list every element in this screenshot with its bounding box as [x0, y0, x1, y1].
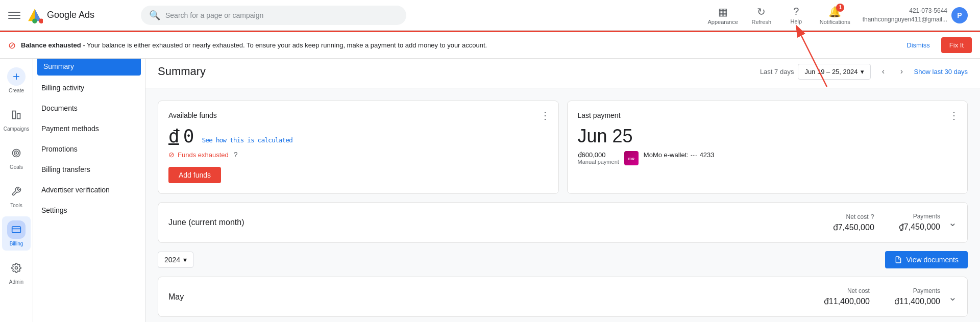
funds-value: 0 — [183, 126, 194, 146]
notification-badge: 1 — [836, 4, 844, 12]
year-dropdown[interactable]: 2024 ▾ — [158, 252, 193, 268]
billing-icon — [7, 220, 26, 239]
dropdown-chevron-icon: ▾ — [861, 68, 864, 76]
appearance-label: Appearance — [707, 19, 738, 25]
notifications-label: Notifications — [820, 19, 850, 25]
user-phone: 421-073-5644 — [863, 7, 947, 15]
sidebar-item-campaigns[interactable]: Campaigns — [2, 102, 31, 136]
last-payment-menu-icon[interactable]: ⋮ — [949, 109, 959, 121]
june-net-cost-help-icon[interactable]: ? — [871, 213, 874, 220]
view-documents-button[interactable]: View documents — [885, 251, 968, 268]
svg-point-8 — [16, 153, 17, 154]
nav-item-summary[interactable]: Summary — [37, 57, 141, 76]
nav-item-payment-methods[interactable]: Payment methods — [33, 118, 145, 139]
hamburger-menu-icon[interactable] — [8, 9, 20, 21]
alert-title: Balance exhausted — [21, 41, 81, 49]
sidebar-item-billing[interactable]: Billing — [2, 216, 31, 251]
google-ads-logo-icon — [27, 7, 43, 23]
available-funds-title: Available funds — [168, 111, 548, 119]
svg-point-2 — [32, 18, 37, 23]
main-content: Summary Last 7 days Jun 19 – 25, 2024 ▾ … — [145, 55, 980, 322]
june-expand-icon[interactable]: ⌄ — [948, 216, 957, 229]
nav-sidebar: Summary Billing activity Documents Payme… — [33, 55, 145, 322]
nav-item-settings[interactable]: Settings — [33, 200, 145, 220]
see-calc-link[interactable]: See how this is calculated — [202, 136, 292, 144]
may-label: May — [168, 292, 824, 302]
nav-item-promotions[interactable]: Promotions — [33, 139, 145, 159]
admin-icon — [7, 259, 26, 277]
may-expand-icon[interactable]: ⌄ — [948, 291, 957, 303]
funds-help-icon[interactable]: ? — [234, 151, 238, 159]
svg-rect-4 — [13, 111, 16, 119]
app-layout: + Create Campaigns Goals — [0, 55, 980, 322]
header-right: ▦ Appearance ↻ Refresh ? Help 🔔 1 Notifi… — [703, 4, 972, 27]
fix-it-button[interactable]: Fix It — [941, 37, 972, 53]
sidebar-item-goals[interactable]: Goals — [2, 140, 31, 174]
june-label: June (current month) — [168, 218, 833, 227]
user-details: 421-073-5644 thanhcongnguyen411@gmail... — [863, 7, 947, 24]
last-payment-details: ₫600,000 Manual payment mo MoMo e-wallet… — [578, 151, 958, 165]
user-info[interactable]: 421-073-5644 thanhcongnguyen411@gmail...… — [859, 5, 972, 26]
help-button[interactable]: ? Help — [781, 4, 812, 27]
add-funds-button[interactable]: Add funds — [168, 167, 221, 183]
may-net-cost-col: Net cost ₫11,400,000 — [824, 287, 870, 306]
nav-item-billing-transfers[interactable]: Billing transfers — [33, 159, 145, 180]
sidebar-item-admin[interactable]: Admin — [2, 255, 31, 289]
user-email: thanhcongnguyen411@gmail... — [863, 15, 947, 24]
alert-text: Balance exhausted - Your balance is eith… — [21, 41, 895, 49]
campaigns-icon — [7, 106, 26, 124]
notifications-icon: 🔔 1 — [828, 6, 841, 18]
june-month-row: June (current month) Net cost ? ₫7,450,0… — [158, 203, 967, 242]
last-payment-card: Last payment ⋮ Jun 25 ₫600,000 Manual pa… — [567, 101, 968, 194]
date-range-dropdown[interactable]: Jun 19 – 25, 2024 ▾ — [798, 64, 871, 80]
dismiss-button[interactable]: Dismiss — [900, 38, 936, 52]
nav-item-documents[interactable]: Documents — [33, 98, 145, 118]
cards-row: Available funds ⋮ đ0 See how this is cal… — [145, 88, 980, 194]
tools-label: Tools — [10, 203, 22, 208]
admin-label: Admin — [9, 279, 23, 285]
refresh-label: Refresh — [752, 19, 772, 25]
appearance-button[interactable]: ▦ Appearance — [703, 4, 742, 27]
notifications-button[interactable]: 🔔 1 Notifications — [816, 4, 854, 27]
may-net-cost-value: ₫11,400,000 — [824, 296, 870, 306]
goals-icon — [7, 144, 26, 162]
momo-logo-icon: mo — [624, 151, 639, 165]
user-avatar-letter: P — [957, 11, 962, 19]
page-title: Summary — [158, 65, 752, 78]
last-payment-date: Jun 25 — [578, 126, 958, 147]
alert-banner: ⊘ Balance exhausted - Your balance is ei… — [0, 31, 980, 59]
help-label: Help — [790, 18, 802, 24]
goals-label: Goals — [10, 164, 23, 170]
payment-type: Manual payment — [578, 159, 619, 165]
june-net-cost-col: Net cost ? ₫7,450,000 — [833, 213, 874, 232]
header-left: Google Ads — [8, 7, 141, 23]
may-payments-value: ₫11,400,000 — [894, 296, 940, 306]
may-payments-col: Payments ₫11,400,000 — [894, 287, 940, 306]
refresh-button[interactable]: ↻ Refresh — [746, 4, 777, 27]
search-bar[interactable]: 🔍 Search for a page or campaign — [141, 6, 406, 25]
funds-exhausted-icon: ⊘ — [168, 151, 175, 159]
create-label: Create — [9, 88, 24, 93]
left-sidebar: + Create Campaigns Goals — [0, 55, 33, 322]
show-30-days-link[interactable]: Show last 30 days — [914, 68, 968, 76]
google-ads-logo: Google Ads — [27, 7, 94, 23]
available-funds-menu-icon[interactable]: ⋮ — [540, 109, 550, 121]
search-placeholder: Search for a page or campaign — [165, 11, 263, 19]
sidebar-item-tools[interactable]: Tools — [2, 178, 31, 212]
svg-rect-9 — [12, 227, 21, 233]
may-payments-header: Payments — [894, 287, 940, 294]
google-ads-title: Google Ads — [47, 10, 94, 20]
funds-status: ⊘ Funds exhausted ? — [168, 151, 548, 159]
date-next-button[interactable]: › — [893, 63, 910, 80]
june-net-cost-header: Net cost ? — [833, 213, 874, 220]
view-docs-icon — [894, 256, 902, 264]
may-month-row: May Net cost ₫11,400,000 Payments ₫11,40… — [158, 277, 967, 316]
funds-currency: đ — [168, 126, 179, 146]
nav-item-advertiser-verification[interactable]: Advertiser verification — [33, 180, 145, 200]
refresh-icon: ↻ — [757, 6, 766, 18]
nav-item-billing-activity[interactable]: Billing activity — [33, 78, 145, 98]
date-prev-button[interactable]: ‹ — [875, 63, 891, 80]
june-payments-value: ₫7,450,000 — [899, 222, 940, 232]
top-header: Google Ads 🔍 Search for a page or campai… — [0, 0, 980, 31]
create-button[interactable]: + Create — [2, 63, 31, 97]
